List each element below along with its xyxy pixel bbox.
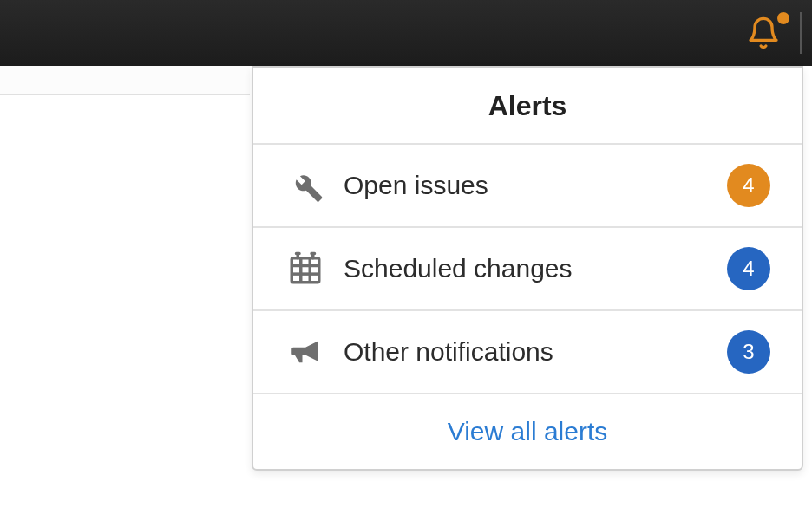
notifications-bell-button[interactable] [734,0,793,66]
svg-rect-0 [291,258,319,283]
alert-label: Other notifications [344,337,727,367]
view-all-alerts-link[interactable]: View all alerts [448,417,608,446]
top-navbar [0,0,812,66]
alert-row-open-issues[interactable]: Open issues 4 [253,145,802,228]
alert-label: Open issues [344,171,727,200]
alert-row-scheduled-changes[interactable]: Scheduled changes 4 [253,228,802,311]
alert-count-badge: 4 [727,247,770,290]
alert-count-badge: 4 [727,164,770,207]
bell-icon [746,15,781,51]
alerts-dropdown-title: Alerts [253,68,802,145]
wrench-icon [285,165,326,206]
megaphone-icon [285,331,326,373]
alerts-dropdown-footer: View all alerts [253,394,802,469]
alert-label: Scheduled changes [344,254,727,283]
alert-row-other-notifications[interactable]: Other notifications 3 [253,311,802,394]
navbar-divider [800,12,802,54]
alert-count-badge: 3 [727,330,770,374]
calendar-icon [285,248,326,290]
notification-indicator-dot [777,12,789,24]
secondary-toolbar [0,66,250,95]
alerts-dropdown: Alerts Open issues 4 Scheduled changes 4 [252,66,803,471]
